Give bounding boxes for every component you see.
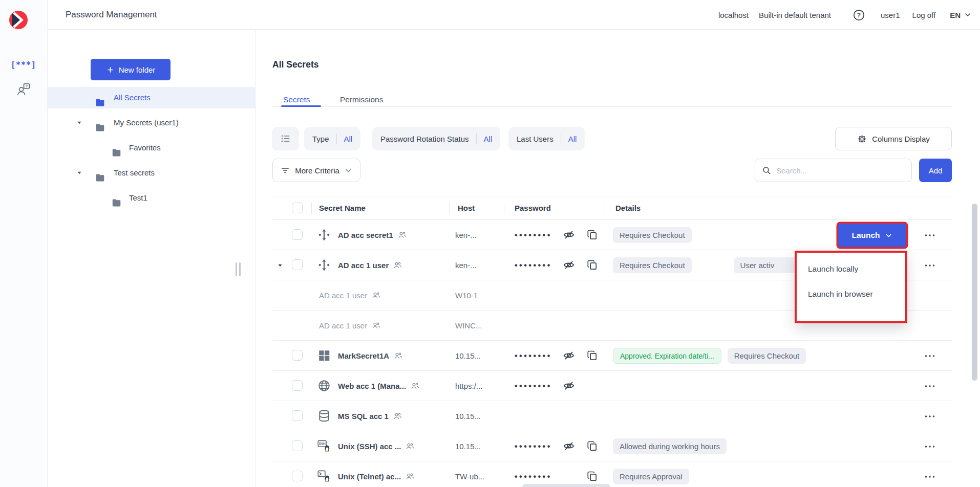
secret-name-label: Web acc 1 (Mana... [338, 382, 406, 390]
row-menu-button[interactable] [924, 380, 937, 393]
logoff-button[interactable]: Log off [912, 11, 936, 19]
row-menu-button[interactable] [924, 410, 937, 423]
shared-account-icon [394, 351, 402, 360]
secret-name-cell[interactable]: AD acc 1 user [319, 280, 380, 311]
user-request-icon[interactable]: ? [0, 82, 47, 97]
copy-password-button[interactable] [586, 349, 599, 362]
row-actions-icon [924, 410, 936, 423]
filter-prs-label: Password Rotation Status [372, 135, 476, 143]
filter-last-users[interactable]: Last Users All [508, 127, 585, 150]
filter-type[interactable]: Type All [304, 127, 360, 150]
column-header-password: Password [515, 204, 551, 212]
filter-icon [280, 165, 290, 175]
reveal-password-button[interactable] [562, 258, 576, 272]
reveal-password-button[interactable] [562, 349, 576, 362]
sidebar-folder-my-secrets-user1-[interactable]: My Secrets (user1) [48, 112, 255, 134]
language-selector[interactable]: EN [950, 11, 972, 19]
column-separator [504, 203, 504, 214]
filter-password-rotation-status[interactable]: Password Rotation Status All [372, 127, 500, 150]
row-menu-button[interactable] [924, 440, 937, 453]
reveal-password-button[interactable] [562, 379, 576, 392]
tab-divider [272, 106, 952, 107]
sidebar-folder-all-secrets[interactable]: All Secrets [48, 87, 255, 108]
row-checkbox[interactable] [292, 410, 303, 421]
new-folder-button[interactable]: New folder [91, 59, 171, 80]
password-mask: •••••••• [515, 461, 552, 487]
row-menu-button[interactable] [924, 470, 937, 483]
tree-caret[interactable] [76, 169, 83, 176]
vertical-scrollbar-thumb[interactable] [972, 204, 977, 381]
status-badge: Requires Approval [613, 469, 689, 484]
reveal-password-button[interactable] [562, 439, 576, 453]
copy-password-button[interactable] [586, 470, 599, 483]
filter-prs-value[interactable]: All [477, 135, 501, 143]
columns-display-label: Columns Display [872, 135, 930, 143]
copy-password-button[interactable] [586, 439, 599, 453]
launch-menu-item-launch-locally[interactable]: Launch locally [797, 256, 905, 281]
secret-name-cell[interactable]: MarkSecret1A [338, 341, 402, 371]
sidebar-folder-test-secrets[interactable]: Test secrets [48, 162, 255, 184]
row-checkbox[interactable] [292, 350, 303, 361]
search-input[interactable] [776, 166, 905, 175]
secret-name-cell[interactable]: Unix (Telnet) ac... [338, 461, 414, 487]
details-badges: Requires CheckoutUser activ [613, 250, 820, 280]
secret-name-cell[interactable]: Unix (SSH) acc ... [338, 431, 414, 461]
columns-display-button[interactable]: Columns Display [835, 127, 952, 150]
copy-icon [586, 349, 599, 362]
row-menu-button[interactable] [924, 229, 937, 242]
copy-icon [586, 440, 599, 452]
filter-last-users-value[interactable]: All [561, 135, 585, 143]
select-all-checkbox[interactable] [292, 203, 303, 213]
status-badge: Requires Checkout [613, 257, 692, 273]
launch-menu-item-launch-in-browser[interactable]: Launch in browser [797, 281, 905, 306]
launch-button[interactable]: Launch [838, 224, 906, 247]
reveal-password-button[interactable] [562, 228, 576, 241]
secret-name-cell[interactable]: AD acc 1 user [338, 250, 402, 280]
add-button[interactable]: Add [919, 159, 952, 182]
top-bar: Password Management localhost Built-in d… [48, 0, 980, 30]
table-row: MarkSecret1A10.15...••••••••Approved. Ex… [272, 341, 952, 371]
more-criteria-button[interactable]: More Criteria [272, 159, 360, 182]
help-button[interactable]: ? [853, 9, 865, 21]
folder-label: Favorites [129, 142, 161, 153]
horizontal-scrollbar-thumb[interactable] [522, 484, 610, 487]
view-list-icon [280, 133, 291, 144]
row-menu-button[interactable] [924, 349, 937, 363]
copy-password-button[interactable] [586, 258, 599, 272]
tab-secrets[interactable]: Secrets [283, 95, 310, 104]
sidebar-folder-favorites[interactable]: Favorites [48, 137, 255, 159]
secret-name-label: AD acc 1 user [338, 261, 389, 270]
host-cell: https:/... [455, 371, 482, 401]
copy-password-button[interactable] [586, 228, 599, 241]
row-actions-icon [924, 350, 936, 362]
secret-name-label: AD acc 1 user [319, 321, 367, 330]
password-vault-icon[interactable]: [***] [0, 60, 47, 70]
row-checkbox[interactable] [292, 471, 303, 481]
folder-icon [95, 97, 105, 108]
ad-secret-icon [317, 258, 331, 272]
password-mask: •••••••• [515, 431, 552, 461]
secret-name-label: Unix (SSH) acc ... [338, 442, 401, 451]
secret-name-cell[interactable]: MS SQL acc 1 [338, 401, 402, 431]
row-checkbox[interactable] [292, 380, 303, 391]
row-menu-button[interactable] [924, 259, 937, 272]
view-options-button[interactable] [272, 127, 299, 150]
active-tab-indicator [281, 105, 321, 107]
secret-name-label: MS SQL acc 1 [338, 412, 389, 420]
folder-icon [111, 147, 122, 158]
panel-resize-handle[interactable] [236, 262, 241, 276]
sidebar-folder-test1[interactable]: Test1 [48, 187, 255, 209]
row-checkbox[interactable] [292, 229, 303, 240]
row-checkbox[interactable] [292, 440, 303, 451]
shared-account-icon [393, 412, 402, 420]
tab-permissions[interactable]: Permissions [340, 95, 383, 104]
filter-type-value[interactable]: All [337, 135, 361, 143]
secret-name-cell[interactable]: AD acc secret1 [338, 220, 407, 250]
plus-icon [106, 65, 115, 74]
row-checkbox[interactable] [292, 259, 303, 270]
secret-name-cell[interactable]: AD acc 1 user [319, 311, 380, 341]
more-criteria-label: More Criteria [295, 166, 339, 175]
row-expand-caret[interactable] [276, 262, 284, 269]
tree-caret[interactable] [76, 119, 83, 126]
secret-name-cell[interactable]: Web acc 1 (Mana... [338, 371, 419, 401]
